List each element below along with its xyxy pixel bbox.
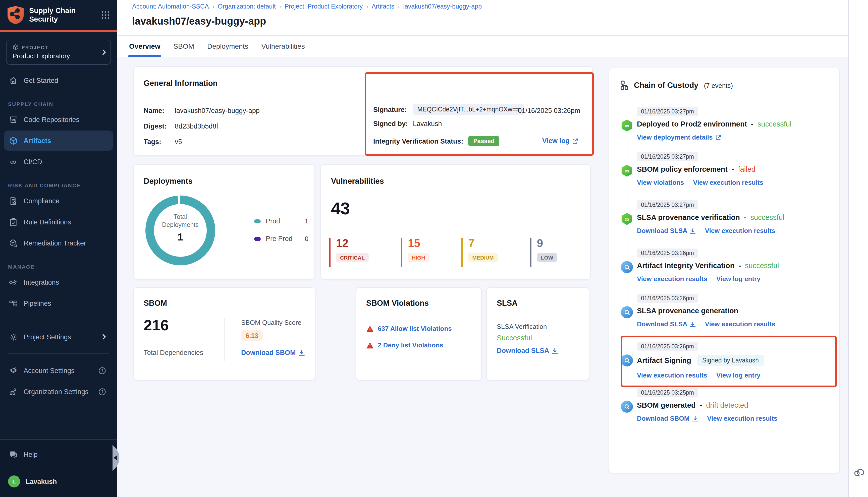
tab-deployments[interactable]: Deployments — [207, 36, 248, 57]
slsa-verification-status: Successful — [497, 334, 532, 342]
download-slsa-link[interactable]: Download SLSA — [497, 347, 558, 354]
sidebar-item-label: Project Settings — [24, 333, 71, 341]
chain-events-count: (7 events) — [704, 82, 733, 89]
sidebar-item-project-settings[interactable]: Project Settings — [4, 327, 113, 347]
view-log-entry-link[interactable]: View log entry — [716, 371, 760, 379]
high-count: 15 — [408, 238, 429, 249]
tags-value: v5 — [175, 138, 182, 146]
sidebar-item-account-settings[interactable]: Account Settings — [4, 360, 113, 381]
chevron-sep-icon: › — [398, 3, 400, 10]
home-icon — [8, 76, 18, 85]
breadcrumb-organization[interactable]: Organization: default — [218, 3, 276, 10]
link-hexagon-icon: ∞ — [621, 165, 633, 177]
chevron-right-icon — [102, 334, 106, 340]
app-grid-icon[interactable] — [101, 11, 110, 19]
breadcrumb-current[interactable]: lavakush07/easy-buggy-app — [403, 3, 482, 10]
sidebar-item-rule-definitions[interactable]: Rule Definitions — [4, 212, 113, 232]
card-title: SBOM Violations — [366, 299, 429, 308]
event-title: Artifact Signing — [637, 356, 691, 365]
sidebar-item-label: Account Settings — [24, 367, 74, 374]
sidebar-item-pipelines[interactable]: Pipelines — [4, 293, 113, 313]
view-execution-results-link[interactable]: View execution results — [637, 371, 707, 379]
allow-list-violations-row: 637 Allow list Violations — [366, 325, 452, 332]
sidebar-item-remediation-tracker[interactable]: Remediation Tracker — [4, 233, 113, 253]
scan-circle-icon — [621, 261, 633, 273]
external-link-icon — [572, 138, 578, 144]
sidebar-item-artifacts[interactable]: Artifacts — [4, 130, 113, 151]
sidebar: Supply Chain Security PROJECT Product Ex… — [0, 0, 117, 497]
sidebar-nav: Get Started SUPPLY CHAIN Code Repositori… — [0, 70, 117, 497]
event-timestamp: 01/16/2025 03:26pm — [637, 294, 698, 303]
tab-vulnerabilities[interactable]: Vulnerabilities — [261, 36, 305, 57]
high-badge: HIGH — [408, 253, 429, 262]
sidebar-header: Supply Chain Security — [0, 0, 117, 32]
view-log-label: View log — [542, 137, 570, 145]
deployments-card: Deployments Total Deployments 1 Prod 1 — [133, 164, 315, 280]
chain-title: Chain of Custody — [634, 81, 699, 90]
sidebar-item-compliance[interactable]: Compliance — [4, 191, 113, 211]
view-execution-results-link[interactable]: View execution results — [637, 275, 707, 283]
download-slsa-link[interactable]: Download SLSA — [637, 320, 696, 328]
link-label: View execution results — [705, 227, 775, 235]
link-label: View execution results — [693, 179, 763, 186]
event-timestamp: 01/16/2025 03:27pm — [637, 107, 698, 116]
view-log-link[interactable]: View log — [542, 137, 578, 145]
app-title: Supply Chain Security — [29, 6, 79, 24]
view-execution-results-link[interactable]: View execution results — [693, 179, 763, 186]
download-sbom-link[interactable]: Download SBOM — [637, 415, 698, 422]
view-execution-results-link[interactable]: View execution results — [705, 320, 775, 328]
legend-dot-prod — [254, 219, 261, 223]
signature-value[interactable]: MEQCICde2VjIT...bL+2+mqnOXw== — [413, 104, 524, 115]
download-icon — [690, 321, 696, 327]
deployments-legend: Prod 1 Pre Prod 0 — [254, 217, 308, 253]
breadcrumb-account[interactable]: Account: Automation-SSCA — [132, 3, 209, 10]
sidebar-item-help[interactable]: ? Help — [4, 444, 113, 464]
event-status: drift detected — [706, 401, 748, 409]
artifact-name-value: lavakush07/easy-buggy-app — [175, 107, 260, 114]
view-execution-results-link[interactable]: View execution results — [705, 227, 775, 235]
project-selector[interactable]: PROJECT Product Exploratory — [6, 40, 111, 65]
artifacts-cube-icon — [8, 136, 18, 145]
download-slsa-link[interactable]: Download SLSA — [637, 227, 696, 235]
severity-medium: 7 MEDIUM — [461, 238, 498, 267]
tab-sbom[interactable]: SBOM — [173, 36, 194, 57]
link-label: Download SLSA — [637, 227, 687, 235]
support-chat-icon[interactable] — [853, 466, 865, 478]
sidebar-item-label: CI/CD — [24, 158, 42, 166]
view-violations-link[interactable]: View violations — [637, 179, 684, 186]
sidebar-item-cicd[interactable]: ∞ CI/CD — [4, 152, 113, 172]
severity-critical: 12 CRITICAL — [329, 238, 369, 267]
chain-event-sbom-policy: ∞ 01/16/2025 03:27pm SBOM policy enforce… — [609, 152, 839, 186]
link-label: View execution results — [705, 320, 775, 328]
svg-text:?: ? — [12, 452, 13, 455]
signature-timestamp: 01/16/2025 03:26pm — [518, 107, 580, 114]
event-title: SLSA provenance verification — [637, 213, 740, 222]
deny-list-violations-link[interactable]: 2 Deny list Violations — [378, 341, 443, 349]
chevron-right-icon — [102, 49, 106, 55]
page-header: Account: Automation-SSCA › Organization:… — [117, 0, 849, 36]
view-log-entry-link[interactable]: View log entry — [716, 275, 760, 283]
breadcrumb-artifacts[interactable]: Artifacts — [372, 3, 394, 10]
info-icon[interactable] — [98, 388, 106, 395]
warning-triangle-icon — [366, 342, 374, 349]
tab-overview[interactable]: Overview — [129, 36, 160, 57]
signed-by-label: Signed by: — [373, 120, 408, 128]
sidebar-item-get-started[interactable]: Get Started — [4, 70, 113, 90]
info-icon[interactable] — [98, 367, 106, 374]
user-menu[interactable]: L Lavakush — [4, 471, 113, 492]
sidebar-item-integrations[interactable]: Integrations — [4, 272, 113, 292]
event-status: failed — [738, 165, 755, 173]
breadcrumb-project[interactable]: Project: Product Exploratory — [284, 3, 363, 10]
sidebar-item-organization-settings[interactable]: Organization Settings — [4, 382, 113, 402]
download-sbom-link[interactable]: Download SBOM — [241, 349, 305, 356]
sidebar-bottom: ? Help L Lavakush — [0, 439, 117, 497]
view-execution-results-link[interactable]: View execution results — [707, 415, 777, 422]
infinity-icon: ∞ — [8, 157, 18, 166]
view-deployment-details-link[interactable]: View deployment details — [637, 133, 721, 141]
total-deployments-value: 1 — [143, 230, 218, 243]
pipelines-icon — [8, 299, 18, 308]
allow-list-violations-link[interactable]: 637 Allow list Violations — [378, 325, 452, 332]
status-badge-passed: Passed — [468, 136, 500, 146]
sidebar-divider — [8, 320, 109, 320]
sidebar-item-code-repositories[interactable]: Code Repositories — [4, 110, 113, 129]
